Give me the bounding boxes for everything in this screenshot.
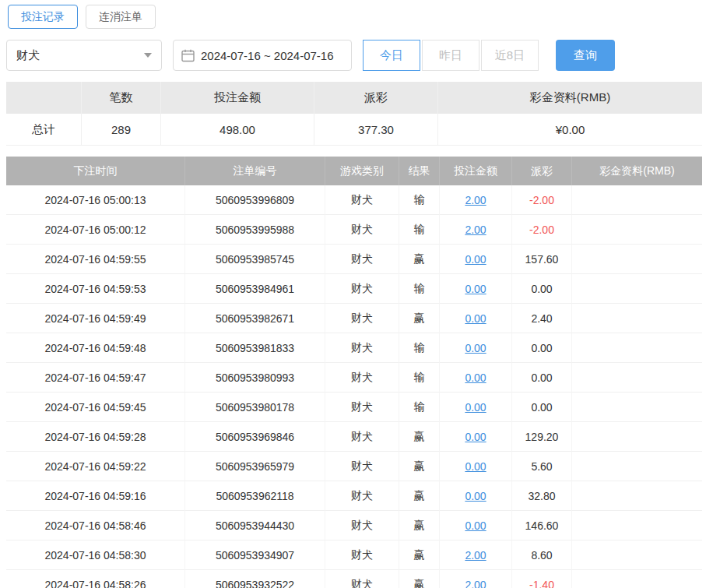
quick-button-last8days[interactable]: 近8日 bbox=[481, 40, 539, 71]
payout-cell: -2.00 bbox=[512, 185, 572, 215]
game-select-value: 财犬 bbox=[16, 48, 40, 63]
bet-amount-cell: 0.00 bbox=[440, 363, 512, 393]
tab-betting-records[interactable]: 投注记录 bbox=[8, 5, 78, 29]
payout-cell: 32.80 bbox=[512, 481, 572, 511]
table-row: 2024-07-16 05:00:125060953995988财犬输2.00-… bbox=[6, 215, 702, 245]
bet-time-cell: 2024-07-16 04:59:55 bbox=[6, 245, 185, 274]
bet-amount-link[interactable]: 0.00 bbox=[465, 253, 486, 266]
header-game-type: 游戏类别 bbox=[325, 157, 399, 185]
bonus-cell bbox=[572, 570, 702, 588]
bonus-cell bbox=[572, 481, 702, 511]
date-range-value: 2024-07-16 ~ 2024-07-16 bbox=[201, 49, 334, 62]
game-type-cell: 财犬 bbox=[325, 393, 399, 422]
bet-amount-cell: 0.00 bbox=[440, 304, 512, 333]
records-table-header: 下注时间 注单编号 游戏类别 结果 投注金额 派彩 彩金资料(RMB) bbox=[6, 157, 702, 185]
summary-total-label: 总计 bbox=[6, 114, 82, 146]
bet-amount-link[interactable]: 0.00 bbox=[465, 490, 486, 502]
result-cell: 赢 bbox=[399, 452, 440, 481]
bonus-cell bbox=[572, 540, 702, 570]
header-payout: 派彩 bbox=[512, 157, 572, 185]
payout-cell: -1.40 bbox=[512, 570, 572, 588]
order-id-cell: 5060953962118 bbox=[185, 481, 325, 511]
search-button[interactable]: 查询 bbox=[556, 40, 615, 71]
filter-bar: 财犬 2024-07-16 ~ 2024-07-16 今日 昨日 近8日 查询 bbox=[6, 40, 702, 71]
order-id-cell: 5060953995988 bbox=[185, 215, 325, 245]
quick-button-today[interactable]: 今日 bbox=[363, 40, 420, 71]
game-type-cell: 财犬 bbox=[325, 304, 399, 333]
order-id-cell: 5060953932522 bbox=[185, 570, 325, 588]
table-row: 2024-07-16 04:58:465060953944430财犬赢0.001… bbox=[6, 511, 702, 540]
tab-consecutive-cancel-orders[interactable]: 连消注单 bbox=[86, 5, 156, 29]
summary-header-count: 笔数 bbox=[82, 82, 161, 114]
bet-time-cell: 2024-07-16 04:59:49 bbox=[6, 304, 185, 333]
bet-time-cell: 2024-07-16 04:59:22 bbox=[6, 452, 185, 481]
game-type-cell: 财犬 bbox=[325, 422, 399, 452]
table-row: 2024-07-16 04:59:455060953980178财犬输0.000… bbox=[6, 393, 702, 422]
payout-cell: 0.00 bbox=[512, 393, 572, 422]
order-id-cell: 5060953984961 bbox=[185, 274, 325, 304]
summary-header-row: 笔数 投注金额 派彩 彩金资料(RMB) bbox=[6, 82, 702, 114]
table-row: 2024-07-16 04:59:535060953984961财犬输0.000… bbox=[6, 274, 702, 304]
payout-cell: 0.00 bbox=[512, 363, 572, 393]
bonus-cell bbox=[572, 393, 702, 422]
result-cell: 输 bbox=[399, 215, 440, 245]
bet-time-cell: 2024-07-16 04:59:53 bbox=[6, 274, 185, 304]
bet-amount-cell: 0.00 bbox=[440, 274, 512, 304]
bet-amount-link[interactable]: 2.00 bbox=[465, 224, 486, 236]
order-id-cell: 5060953944430 bbox=[185, 511, 325, 540]
quick-button-yesterday[interactable]: 昨日 bbox=[422, 40, 479, 71]
table-row: 2024-07-16 04:59:165060953962118财犬赢0.003… bbox=[6, 481, 702, 511]
bet-amount-cell: 0.00 bbox=[440, 422, 512, 452]
date-range-input[interactable]: 2024-07-16 ~ 2024-07-16 bbox=[173, 40, 352, 71]
bonus-cell bbox=[572, 274, 702, 304]
bet-amount-link[interactable]: 0.00 bbox=[465, 431, 486, 443]
summary-total-bet-amount: 498.00 bbox=[161, 114, 314, 146]
bet-amount-cell: 0.00 bbox=[440, 511, 512, 540]
table-body: 2024-07-16 05:00:135060953996809财犬输2.00-… bbox=[6, 185, 702, 588]
bet-amount-link[interactable]: 0.00 bbox=[465, 342, 486, 354]
result-cell: 输 bbox=[399, 393, 440, 422]
order-id-cell: 5060953996809 bbox=[185, 185, 325, 215]
bet-amount-cell: 0.00 bbox=[440, 393, 512, 422]
bet-time-cell: 2024-07-16 04:58:46 bbox=[6, 511, 185, 540]
table-row: 2024-07-16 04:59:225060953965979财犬赢0.005… bbox=[6, 452, 702, 481]
bet-amount-link[interactable]: 2.00 bbox=[465, 194, 486, 206]
order-id-cell: 5060953982671 bbox=[185, 304, 325, 333]
bonus-cell bbox=[572, 422, 702, 452]
bet-amount-cell: 0.00 bbox=[440, 245, 512, 274]
game-select[interactable]: 财犬 bbox=[6, 40, 162, 71]
bonus-cell bbox=[572, 452, 702, 481]
summary-header-blank bbox=[6, 82, 82, 114]
bet-amount-link[interactable]: 0.00 bbox=[465, 283, 486, 295]
order-id-cell: 5060953981833 bbox=[185, 333, 325, 363]
bonus-cell bbox=[572, 511, 702, 540]
result-cell: 输 bbox=[399, 274, 440, 304]
bonus-cell bbox=[572, 245, 702, 274]
order-id-cell: 5060953980993 bbox=[185, 363, 325, 393]
bet-amount-link[interactable]: 0.00 bbox=[465, 312, 486, 325]
header-result: 结果 bbox=[399, 157, 440, 185]
bonus-cell bbox=[572, 185, 702, 215]
table-row: 2024-07-16 04:59:475060953980993财犬输0.000… bbox=[6, 363, 702, 393]
summary-total-bonus: ¥0.00 bbox=[438, 114, 702, 146]
bet-amount-link[interactable]: 0.00 bbox=[465, 371, 486, 384]
bet-amount-link[interactable]: 0.00 bbox=[465, 401, 486, 414]
bet-amount-link[interactable]: 0.00 bbox=[465, 519, 486, 532]
table-row: 2024-07-16 05:00:135060953996809财犬输2.00-… bbox=[6, 185, 702, 215]
table-row: 2024-07-16 04:59:285060953969846财犬赢0.001… bbox=[6, 422, 702, 452]
payout-cell: 0.00 bbox=[512, 274, 572, 304]
payout-cell: 5.60 bbox=[512, 452, 572, 481]
header-bet-time: 下注时间 bbox=[6, 157, 185, 185]
bet-amount-link[interactable]: 0.00 bbox=[465, 460, 486, 473]
game-type-cell: 财犬 bbox=[325, 363, 399, 393]
order-id-cell: 5060953980178 bbox=[185, 393, 325, 422]
header-bonus: 彩金资料(RMB) bbox=[572, 157, 702, 185]
game-type-cell: 财犬 bbox=[325, 511, 399, 540]
bet-amount-link[interactable]: 2.00 bbox=[465, 579, 486, 588]
result-cell: 输 bbox=[399, 185, 440, 215]
records-table: 下注时间 注单编号 游戏类别 结果 投注金额 派彩 彩金资料(RMB) 2024… bbox=[6, 157, 702, 588]
chevron-down-icon bbox=[144, 53, 152, 58]
bet-amount-link[interactable]: 2.00 bbox=[465, 549, 486, 562]
payout-cell: 157.60 bbox=[512, 245, 572, 274]
payout-cell: -2.00 bbox=[512, 215, 572, 245]
